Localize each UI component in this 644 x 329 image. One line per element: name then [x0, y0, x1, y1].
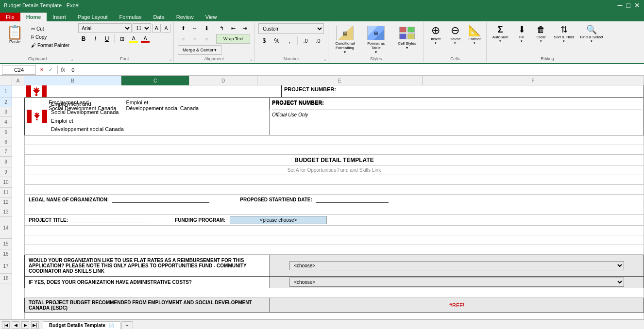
cell-A1[interactable]: [12, 85, 24, 97]
text-direction-button[interactable]: ↰: [216, 23, 227, 33]
close-icon[interactable]: ✕: [634, 1, 640, 9]
indent-decrease-button[interactable]: ⇤: [228, 23, 238, 33]
copy-button[interactable]: ⎘ Copy: [29, 33, 72, 41]
tab-insert[interactable]: Insert: [47, 13, 72, 21]
tab-file[interactable]: File: [0, 13, 20, 21]
table-row-11: [25, 226, 644, 235]
number-group-label: Number: [254, 56, 328, 61]
admin-costs-select[interactable]: <choose>: [289, 278, 624, 287]
cell-styles-label: Cell Styles: [395, 41, 419, 46]
col-header-D[interactable]: D: [189, 76, 257, 85]
funding-program-label: FUNDING PROGRAM:: [175, 217, 225, 223]
dollar-sign-button[interactable]: $: [258, 36, 270, 46]
percent-button[interactable]: %: [271, 36, 283, 46]
font-size-select[interactable]: 11: [133, 23, 151, 33]
col-header-E[interactable]: E: [257, 76, 423, 85]
format-as-table-button[interactable]: ⊞ Format as Table ▾: [361, 23, 390, 57]
alignment-group-label: Alignment: [174, 56, 254, 61]
flat-rates-select[interactable]: <choose>: [289, 261, 624, 270]
font-expand[interactable]: ⌟: [169, 56, 171, 61]
confirm-formula-button[interactable]: ✓: [47, 66, 54, 74]
tab-data[interactable]: Data: [147, 13, 170, 21]
maximize-icon[interactable]: □: [627, 1, 630, 9]
add-sheet-tab[interactable]: +: [121, 321, 133, 329]
merge-center-button[interactable]: Merge & Center ▾: [178, 45, 221, 55]
empty-row-16: [25, 288, 644, 298]
increase-decimal-button[interactable]: .0: [300, 36, 311, 46]
align-center-button[interactable]: ≡: [189, 34, 200, 44]
col-header-F[interactable]: F: [423, 76, 644, 85]
font-name-select[interactable]: Arial: [78, 23, 132, 33]
cell-reference-input[interactable]: [2, 65, 36, 75]
table-row-2: [25, 135, 644, 145]
tab-next-button[interactable]: ▶: [21, 321, 29, 329]
tab-home[interactable]: Home: [20, 13, 47, 21]
conditional-formatting-button[interactable]: ▤ Conditional Formatting ▾: [330, 23, 359, 57]
align-left-button[interactable]: ≡: [178, 34, 188, 44]
italic-button[interactable]: I: [90, 34, 101, 44]
tab-view[interactable]: View: [200, 13, 223, 21]
total-budget-value-cell: #REF!: [270, 298, 644, 313]
border-button[interactable]: ⊞: [117, 34, 127, 44]
decrease-decimal-button[interactable]: .0: [312, 36, 324, 46]
wrap-text-button[interactable]: Wrap Text: [216, 34, 250, 44]
alignment-expand[interactable]: ⌟: [250, 56, 252, 61]
format-button[interactable]: 📐 Format ▾: [466, 23, 483, 47]
add-sheet-icon: +: [126, 323, 129, 328]
sort-filter-button[interactable]: ⇅ Sort & Filter ▾: [552, 23, 576, 45]
alignment-group: ⬆ ↔ ⬇ ↰ ⇤ ⇥ ≡ ≡ ≡ Wrap Text Merge & Cent…: [174, 22, 254, 62]
font-size-decrease-button[interactable]: A: [162, 24, 170, 33]
indent-increase-button[interactable]: ⇥: [239, 23, 250, 33]
row-num-15: 15: [0, 239, 12, 249]
minimize-icon[interactable]: ─: [618, 1, 623, 9]
cell-B1-header: [24, 85, 282, 97]
row-num-3: 3: [0, 107, 12, 117]
col-header-C[interactable]: C: [121, 76, 189, 85]
cut-button[interactable]: ✂ Cut: [29, 25, 72, 33]
tab-prev-button[interactable]: ◀: [12, 321, 19, 329]
tab-last-button[interactable]: ▶|: [31, 321, 39, 329]
logo-area: [26, 85, 47, 97]
underline-button[interactable]: U: [102, 34, 112, 44]
admin-costs-dropdown-cell[interactable]: <choose>: [270, 277, 644, 288]
clear-button[interactable]: 🗑 Clear ▾: [532, 23, 550, 45]
number-expand[interactable]: ⌟: [324, 56, 326, 61]
row-num-8: 8: [0, 157, 12, 167]
table-row-16: [25, 288, 644, 298]
fill-color-button[interactable]: A: [128, 34, 139, 44]
clipboard-expand[interactable]: ⌟: [71, 56, 73, 61]
number-format-select[interactable]: Custom: [258, 23, 324, 34]
tab-nav-buttons: |◀ ◀ ▶ ▶|: [2, 321, 39, 329]
project-title-row: PROJECT TITLE: FUNDING PROGRAM:: [25, 215, 644, 226]
insert-button[interactable]: ⊕ Insert ▾: [427, 23, 444, 47]
col-header-A[interactable]: A: [12, 76, 24, 85]
align-bottom-button[interactable]: ⬇: [201, 23, 212, 33]
tab-formulas[interactable]: Formulas: [114, 13, 148, 21]
align-top-button[interactable]: ⬆: [178, 23, 188, 33]
format-painter-button[interactable]: 🖌 Format Painter: [29, 42, 72, 49]
tab-review[interactable]: Review: [170, 13, 200, 21]
comma-button[interactable]: ,: [284, 36, 295, 46]
tab-page-layout[interactable]: Page Layout: [72, 13, 114, 21]
align-right-button[interactable]: ≡: [201, 34, 212, 44]
cell-styles-button[interactable]: Cell Styles ▾: [392, 23, 422, 52]
font-color-button[interactable]: A: [140, 34, 151, 44]
styles-group: ▤ Conditional Formatting ▾ ⊞ Format as T…: [328, 22, 424, 62]
col-header-B[interactable]: B: [24, 76, 121, 85]
formula-input[interactable]: [69, 65, 642, 75]
find-select-button[interactable]: 🔍 Find & Select ▾: [578, 23, 605, 45]
font-size-increase-button[interactable]: A: [152, 24, 161, 33]
cancel-formula-button[interactable]: ✕: [38, 66, 46, 74]
funding-program-dropdown[interactable]: [230, 216, 327, 224]
autosum-button[interactable]: Σ AutoSum ▾: [490, 23, 511, 45]
bold-button[interactable]: B: [78, 34, 89, 44]
sheet-tab-budget[interactable]: Budget Details Template 📄: [43, 321, 120, 329]
row-numbers: 1 2 3 4 5 6 7 8 9 10 11 12 13 14 15 16 1…: [0, 85, 12, 319]
align-middle-button[interactable]: ↔: [189, 23, 200, 33]
fill-button[interactable]: ⬇ Fill ▾: [513, 23, 530, 45]
paste-button[interactable]: 📋 Paste: [3, 23, 27, 47]
admin-costs-question-cell: IF YES, DOES YOUR ORGANIZATION HAVE ADMI…: [25, 277, 270, 288]
delete-button[interactable]: ⊖ Delete ▾: [446, 23, 464, 47]
flat-rates-dropdown-cell[interactable]: <choose>: [270, 255, 644, 277]
tab-first-button[interactable]: |◀: [2, 321, 10, 329]
